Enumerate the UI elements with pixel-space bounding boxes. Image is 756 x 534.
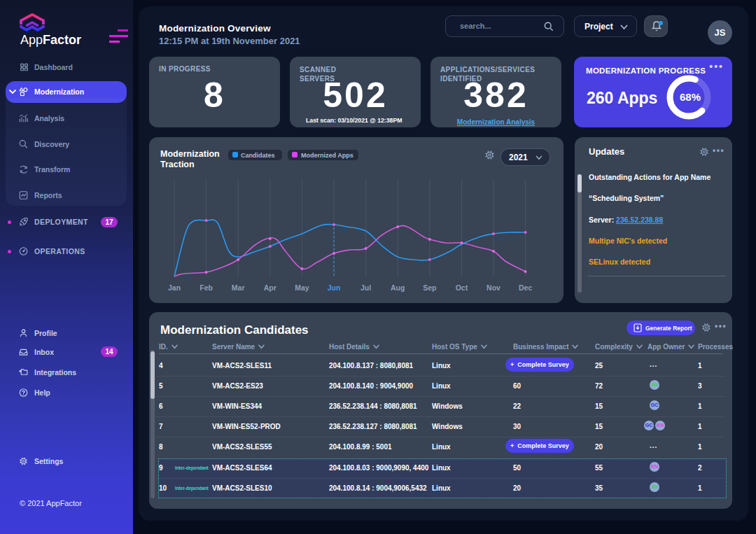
- svg-text:68%: 68%: [680, 91, 701, 103]
